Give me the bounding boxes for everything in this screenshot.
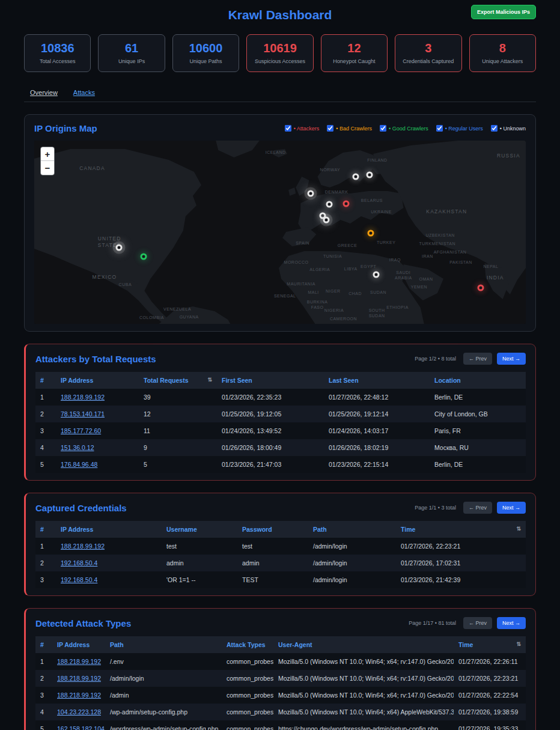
prev-page-button[interactable]: ← Prev: [463, 617, 492, 629]
map-marker-unknown[interactable]: [323, 217, 329, 224]
attack-types-section-header: Detected Attack Types Page 1/17 • 81 tot…: [35, 617, 526, 629]
cell-location: Paris, FR: [430, 422, 526, 439]
cell-total-requests: 11: [139, 422, 217, 439]
stat-card-honeypot-caught: 12Honeypot Caught: [321, 34, 388, 72]
ip-address-link[interactable]: 176.84.96.48: [61, 461, 97, 468]
stat-label: Total Accesses: [26, 58, 89, 64]
cell-time: 01/27/2026, 22:22:54: [454, 687, 526, 704]
table-row: 5176.84.96.48501/23/2026, 21:47:0301/23/…: [35, 456, 526, 473]
legend-label-unknown: • Unknown: [500, 126, 526, 132]
cell-attack-types: common_probes: [222, 704, 273, 720]
column-header-num: #: [35, 636, 52, 653]
ip-address-link[interactable]: 151.36.0.12: [61, 444, 94, 451]
cell-num: 2: [35, 555, 56, 571]
ip-address-link[interactable]: 162.158.182.104: [57, 725, 105, 730]
ip-address-link[interactable]: 188.218.99.192: [57, 692, 101, 699]
cell-num: 4: [35, 439, 56, 456]
legend-item-unknown[interactable]: • Unknown: [491, 125, 526, 132]
column-header-time[interactable]: Time⇅: [454, 636, 526, 653]
column-header-password: Password: [237, 521, 308, 538]
stats-row: 10836Total Accesses61Unique IPs10600Uniq…: [24, 34, 536, 72]
ip-address-link[interactable]: 188.218.99.192: [57, 658, 101, 665]
attack-types-pagination: Page 1/17 • 81 total ← Prev Next →: [409, 617, 526, 629]
zoom-in-button[interactable]: +: [41, 147, 54, 161]
cell-user-agent: Mozilla/5.0 (Windows NT 10.0; Win64; x64…: [273, 687, 454, 704]
cell-ip-address: 188.218.99.192: [56, 389, 139, 406]
table-header-row: #IP AddressTotal Requests⇅First SeenLast…: [35, 372, 526, 389]
legend-checkbox-good-crawlers[interactable]: [380, 125, 386, 132]
ip-address-link[interactable]: 192.168.50.4: [61, 559, 97, 567]
stat-label: Unique IPs: [100, 58, 163, 64]
cell-num: 3: [35, 422, 56, 439]
legend-item-bad-crawlers[interactable]: • Bad Crawlers: [327, 125, 372, 132]
legend-item-attackers[interactable]: • Attackers: [285, 125, 320, 132]
cell-user-agent: Mozilla/5.0 (Windows NT 10.0; Win64; x64…: [273, 670, 454, 687]
credentials-table: #IP AddressUsernamePasswordPathTime⇅1188…: [35, 521, 526, 588]
map-marker-attacker[interactable]: [342, 200, 349, 207]
prev-page-button[interactable]: ← Prev: [463, 353, 492, 365]
column-label: Last Seen: [329, 377, 359, 384]
map-marker-unknown[interactable]: [373, 271, 379, 278]
stat-card-unique-paths: 10600Unique Paths: [172, 34, 239, 72]
ip-address-link[interactable]: 188.218.99.192: [61, 543, 105, 550]
column-label: Password: [242, 526, 272, 533]
column-header-time[interactable]: Time⇅: [396, 521, 526, 538]
prev-page-button[interactable]: ← Prev: [463, 502, 492, 514]
cell-path: /.env: [105, 653, 222, 670]
map-marker-bad[interactable]: [368, 230, 374, 237]
sort-icon[interactable]: ⇅: [516, 641, 521, 647]
cell-last-seen: 01/25/2026, 19:12:14: [324, 406, 430, 422]
cell-total-requests: 9: [139, 439, 217, 456]
ip-address-link[interactable]: 78.153.140.171: [61, 410, 105, 418]
map-markers-layer: [34, 141, 526, 324]
column-label: Username: [166, 526, 197, 533]
cell-ip-address: 176.84.96.48: [56, 456, 139, 473]
stat-card-total-accesses: 10836Total Accesses: [24, 34, 91, 72]
map-marker-unknown[interactable]: [307, 190, 314, 197]
world-map[interactable]: ICELANDRUSSIACANADANORWAYFINLANDDENMARKB…: [34, 141, 526, 324]
tab-bar: OverviewAttacks: [24, 89, 536, 102]
ip-address-link[interactable]: 192.168.50.4: [61, 576, 97, 583]
sort-icon[interactable]: ⇅: [516, 526, 521, 532]
column-header-last-seen: Last Seen: [324, 372, 430, 389]
next-page-button[interactable]: Next →: [497, 502, 526, 514]
legend-checkbox-regular-users[interactable]: [436, 125, 443, 132]
attack-types-section: Detected Attack Types Page 1/17 • 81 tot…: [24, 608, 536, 730]
cell-password: admin: [237, 555, 308, 571]
export-malicious-ips-button[interactable]: Export Malicious IPs: [471, 5, 536, 19]
map-marker-unknown[interactable]: [352, 174, 359, 180]
column-header-total-requests[interactable]: Total Requests⇅: [139, 372, 217, 389]
legend-checkbox-bad-crawlers[interactable]: [327, 125, 333, 132]
legend-label-good-crawlers: • Good Crawlers: [389, 126, 428, 132]
attackers-section-header: Attackers by Total Requests Page 1/2 • 8…: [35, 353, 526, 365]
ip-address-link[interactable]: 104.23.223.128: [57, 708, 101, 716]
legend-checkbox-unknown[interactable]: [491, 125, 498, 132]
column-header-location: Location: [430, 372, 526, 389]
column-label: Attack Types: [227, 641, 266, 648]
table-row: 1188.218.99.192testtest/admin/login01/27…: [35, 538, 526, 555]
page-info: Page 1/2 • 8 total: [415, 356, 456, 362]
map-marker-unknown[interactable]: [326, 201, 332, 208]
table-row: 3192.168.50.4'OR 1=1 --TEST/admin/login0…: [35, 571, 526, 588]
ip-address-link[interactable]: 185.177.72.60: [61, 427, 101, 434]
legend-item-regular-users[interactable]: • Regular Users: [436, 125, 483, 132]
cell-path: /wordpress/wp-admin/setup-config.php: [105, 720, 222, 730]
column-label: Path: [110, 641, 124, 648]
next-page-button[interactable]: Next →: [497, 617, 526, 629]
tab-attacks[interactable]: Attacks: [73, 89, 95, 96]
map-marker-unknown[interactable]: [366, 172, 373, 178]
map-marker-good[interactable]: [141, 254, 147, 260]
ip-address-link[interactable]: 188.218.99.192: [57, 675, 101, 682]
ip-address-link[interactable]: 188.218.99.192: [61, 394, 105, 401]
column-label: User-Agent: [278, 641, 312, 648]
next-page-button[interactable]: Next →: [497, 353, 526, 365]
legend-item-good-crawlers[interactable]: • Good Crawlers: [380, 125, 428, 132]
zoom-out-button[interactable]: −: [41, 161, 54, 175]
map-marker-attacker[interactable]: [477, 284, 484, 291]
tab-overview[interactable]: Overview: [30, 89, 58, 96]
cell-ip-address: 188.218.99.192: [56, 538, 162, 555]
legend-checkbox-attackers[interactable]: [285, 125, 291, 132]
cell-attack-types: common_probes: [222, 720, 273, 730]
sort-icon[interactable]: ⇅: [207, 377, 212, 383]
map-marker-unknown[interactable]: [115, 245, 122, 251]
